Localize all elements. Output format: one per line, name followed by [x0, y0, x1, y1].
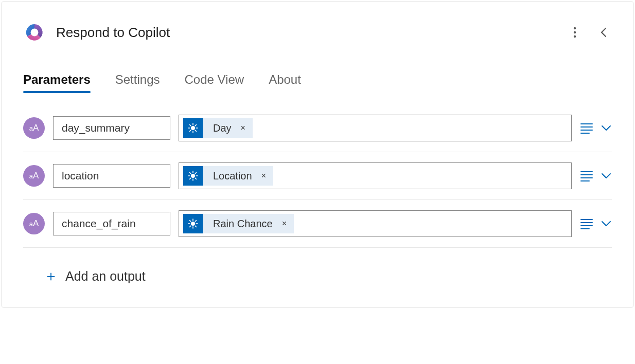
svg-point-17: [191, 174, 195, 178]
svg-line-10: [195, 130, 196, 131]
row-actions: [580, 218, 612, 229]
weather-icon: [183, 214, 203, 233]
svg-line-25: [195, 173, 196, 174]
parameter-value-input[interactable]: Location ×: [179, 162, 572, 189]
svg-line-38: [195, 221, 196, 222]
weather-icon: [183, 118, 203, 138]
action-card: Respond to Copilot Parameters Settings C…: [1, 1, 634, 308]
dynamic-token[interactable]: Rain Chance ×: [183, 214, 294, 233]
parameters-list: aA day_summary Day: [23, 115, 612, 248]
header-actions: [567, 24, 612, 41]
text-type-icon: aA: [23, 213, 45, 234]
token-label: Day: [203, 122, 239, 134]
parameter-row: aA day_summary Day: [23, 115, 612, 152]
parameter-name-input[interactable]: location: [53, 164, 170, 188]
tab-bar: Parameters Settings Code View About: [23, 72, 612, 92]
plus-icon: ＋: [44, 266, 58, 286]
tab-label: Code View: [184, 72, 244, 86]
tab-code-view[interactable]: Code View: [184, 72, 244, 92]
dynamic-token[interactable]: Day ×: [183, 118, 253, 138]
svg-line-24: [190, 178, 191, 179]
more-options-button[interactable]: [567, 24, 583, 41]
svg-line-9: [190, 125, 191, 126]
svg-point-3: [574, 35, 576, 38]
svg-line-36: [195, 226, 196, 227]
svg-line-12: [195, 125, 196, 126]
svg-line-35: [190, 221, 191, 222]
row-actions: [580, 170, 612, 181]
tab-settings[interactable]: Settings: [115, 72, 160, 92]
collapse-button[interactable]: [595, 24, 612, 41]
token-label: Rain Chance: [203, 218, 280, 230]
parameter-row: aA chance_of_rain Rain: [23, 200, 612, 248]
tab-about[interactable]: About: [269, 72, 301, 92]
format-options-button[interactable]: [580, 122, 593, 134]
tab-label: About: [269, 72, 301, 86]
expand-row-button[interactable]: [601, 124, 612, 132]
copilot-icon: [23, 21, 46, 44]
svg-line-23: [195, 178, 196, 179]
parameter-name-input[interactable]: chance_of_rain: [53, 212, 170, 235]
expand-row-button[interactable]: [601, 220, 612, 227]
weather-icon: [183, 166, 203, 186]
card-title: Respond to Copilot: [56, 25, 556, 41]
parameter-value-input[interactable]: Day ×: [179, 115, 572, 141]
parameter-name-input[interactable]: day_summary: [53, 116, 170, 140]
svg-point-4: [191, 126, 195, 130]
format-options-button[interactable]: [580, 218, 593, 229]
expand-row-button[interactable]: [601, 172, 612, 179]
svg-point-0: [31, 29, 39, 37]
parameter-row: aA location Location: [23, 152, 612, 200]
card-header: Respond to Copilot: [23, 21, 612, 44]
dynamic-token[interactable]: Location ×: [183, 166, 273, 186]
format-options-button[interactable]: [580, 170, 593, 181]
tab-parameters[interactable]: Parameters: [23, 72, 91, 92]
token-remove-button[interactable]: ×: [239, 123, 253, 133]
parameter-value-input[interactable]: Rain Chance ×: [179, 210, 572, 237]
svg-line-11: [190, 130, 191, 131]
token-label: Location: [203, 170, 259, 182]
svg-point-1: [574, 27, 576, 29]
token-remove-button[interactable]: ×: [280, 219, 294, 228]
svg-line-37: [190, 226, 191, 227]
token-remove-button[interactable]: ×: [259, 171, 273, 180]
tab-label: Settings: [115, 72, 160, 86]
svg-point-2: [574, 31, 576, 33]
svg-point-30: [191, 222, 195, 226]
add-output-button[interactable]: ＋ Add an output: [44, 266, 612, 286]
tab-label: Parameters: [23, 72, 91, 86]
svg-line-22: [190, 173, 191, 174]
add-output-label: Add an output: [65, 269, 146, 284]
row-actions: [580, 122, 612, 134]
text-type-icon: aA: [23, 117, 45, 139]
text-type-icon: aA: [23, 165, 45, 187]
